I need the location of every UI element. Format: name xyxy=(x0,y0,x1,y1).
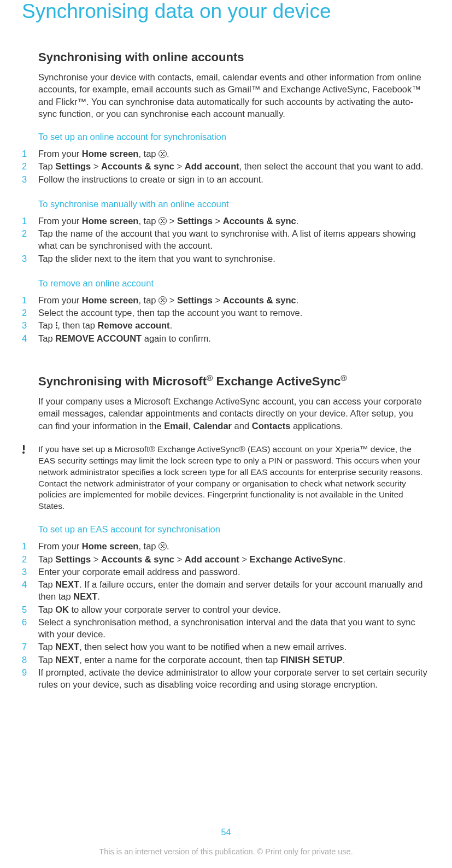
step-text: Tap Settings > Accounts & sync > Add acc… xyxy=(38,553,430,565)
step-number: 1 xyxy=(22,540,38,552)
step-number: 1 xyxy=(22,294,38,306)
step-text: Select a synchronisation method, a synch… xyxy=(38,616,430,641)
section-para: If your company uses a Microsoft Exchang… xyxy=(38,395,430,432)
step-number: 6 xyxy=(22,616,38,628)
more-icon xyxy=(55,321,57,329)
step-number: 3 xyxy=(22,319,38,331)
note-block: If you have set up a Microsoft® Exchange… xyxy=(38,444,430,513)
step-number: 2 xyxy=(22,227,38,239)
step-number: 8 xyxy=(22,654,38,666)
apps-icon xyxy=(159,296,167,304)
step-text: Enter your corporate email address and p… xyxy=(38,566,430,578)
step-text: From your Home screen, tap > Settings > … xyxy=(38,215,430,227)
procedure-steps: 1 From your Home screen, tap . 2 Tap Set… xyxy=(38,148,430,185)
procedure-title-setup-online: To set up an online account for synchron… xyxy=(38,132,430,142)
step-text: Tap , then tap Remove account. xyxy=(38,319,430,331)
section-heading-online-accounts: Synchronising with online accounts xyxy=(38,50,430,64)
page-title: Synchronising data on your device xyxy=(22,0,430,23)
footer-note: This is an internet version of this publ… xyxy=(0,847,452,856)
step-number: 5 xyxy=(22,603,38,615)
apps-icon xyxy=(159,217,167,225)
step-number: 2 xyxy=(22,160,38,172)
step-text: Tap NEXT. If a failure occurs, enter the… xyxy=(38,578,430,603)
step-number: 2 xyxy=(22,307,38,319)
procedure-steps: 1 From your Home screen, tap . 2 Tap Set… xyxy=(38,540,430,690)
section-para: Synchronise your device with contacts, e… xyxy=(38,71,430,120)
section-heading-exchange: Synchronising with Microsoft® Exchange A… xyxy=(38,374,430,389)
apps-icon xyxy=(159,542,167,550)
step-number: 3 xyxy=(22,566,38,578)
step-number: 7 xyxy=(22,641,38,653)
procedure-title-sync-manual: To synchronise manually with an online a… xyxy=(38,199,430,209)
step-text: From your Home screen, tap . xyxy=(38,148,430,160)
procedure-steps: 1 From your Home screen, tap > Settings … xyxy=(38,215,430,265)
step-text: Follow the instructions to create or sig… xyxy=(38,173,430,185)
step-number: 1 xyxy=(22,215,38,227)
step-number: 9 xyxy=(22,666,38,678)
page-number: 54 xyxy=(0,828,452,837)
step-text: From your Home screen, tap . xyxy=(38,540,430,552)
step-text: Tap NEXT, then select how you want to be… xyxy=(38,641,430,653)
apps-icon xyxy=(159,150,167,158)
procedure-steps: 1 From your Home screen, tap > Settings … xyxy=(38,294,430,344)
step-text: Tap REMOVE ACCOUNT again to confirm. xyxy=(38,332,430,344)
step-text: From your Home screen, tap > Settings > … xyxy=(38,294,430,306)
step-text: Tap Settings > Accounts & sync > Add acc… xyxy=(38,160,430,172)
step-number: 4 xyxy=(22,578,38,590)
note-text: If you have set up a Microsoft® Exchange… xyxy=(38,444,430,513)
step-number: 4 xyxy=(22,332,38,344)
step-text: If prompted, activate the device adminis… xyxy=(38,666,430,691)
step-text: Tap the name of the account that you wan… xyxy=(38,227,430,252)
step-number: 3 xyxy=(22,173,38,185)
step-text: Tap OK to allow your corporate server to… xyxy=(38,603,430,615)
procedure-title-remove-account: To remove an online account xyxy=(38,278,430,289)
step-number: 1 xyxy=(22,148,38,160)
step-text: Select the account type, then tap the ac… xyxy=(38,307,430,319)
procedure-title-setup-eas: To set up an EAS account for synchronisa… xyxy=(38,524,430,535)
step-number: 3 xyxy=(22,253,38,265)
step-text: Tap NEXT, enter a name for the corporate… xyxy=(38,654,430,666)
step-number: 2 xyxy=(22,553,38,565)
alert-icon xyxy=(22,445,25,454)
step-text: Tap the slider next to the item that you… xyxy=(38,253,430,265)
